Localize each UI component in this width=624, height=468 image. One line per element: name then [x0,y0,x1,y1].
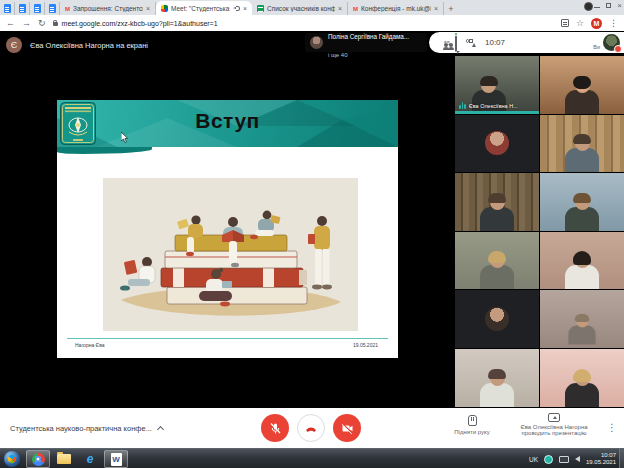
presenting-banner: Є Єва Олексіївна Нагорна на екрані [6,37,148,53]
you-label: Ви [593,44,600,50]
translate-icon[interactable] [561,19,569,27]
gmail-icon: M [353,6,358,12]
slide-illustration [103,178,358,331]
word-icon: W [111,453,122,466]
slide-footer-rule [67,338,388,339]
video-tile[interactable] [455,349,539,407]
presenting-banner-text: Єва Олексіївна Нагорна на екрані [30,41,148,50]
close-window-button[interactable]: × [617,2,622,10]
extension-icon[interactable] [584,2,593,11]
chrome-icon [32,453,45,466]
self-avatar[interactable] [603,34,620,51]
tab-gmail-invite[interactable]: M Запрошення: Студентська на × [60,2,156,15]
windows-flag-icon [6,453,17,464]
video-tile[interactable] [540,115,624,173]
taskbar-ie[interactable]: e [78,450,102,468]
video-tile[interactable] [540,56,624,114]
url-text[interactable]: meet.google.com/zxz-kbcb-ugo?pli=1&authu… [62,20,218,27]
windows-taskbar: e W UK 10:07 19.05.2021 [0,448,624,468]
show-desktop-button[interactable] [619,448,624,468]
video-tile[interactable] [540,173,624,231]
video-tile-camera-off[interactable] [455,115,539,173]
mic-off-icon [269,422,282,435]
tab-gmail-conference[interactable]: M Конференція - mk.uk@kubg × [348,2,444,15]
close-icon[interactable]: × [146,5,150,12]
participants-pill[interactable]: Поліна Сергіївна Гайдама... і ще 40 [305,33,427,52]
video-tile[interactable] [455,232,539,290]
window-controls: × [594,1,622,10]
taskbar-explorer[interactable] [52,450,76,468]
self-view[interactable]: Ви [593,34,620,51]
new-tab-button[interactable]: + [444,2,458,15]
presenter-avatar: Є [6,37,22,53]
participant-count: 55 [444,40,450,46]
close-icon[interactable]: × [434,5,438,12]
pinned-tab-docs-4[interactable] [45,2,60,15]
participant-silhouette [477,371,517,407]
slide-date: 19.05.2021 [353,342,378,348]
presentation-slide: Вступ [57,100,398,358]
video-tile-camera-off[interactable] [455,290,539,348]
maximize-button[interactable] [606,3,611,8]
mouse-cursor [121,132,129,143]
tray-clock[interactable]: 10:07 19.05.2021 [586,452,616,466]
tab-strip: M Запрошення: Студентська на × Meet: "Ст… [0,0,624,15]
tab-label: Запрошення: Студентська на [73,5,143,12]
bookmark-star-icon[interactable]: ☆ [576,18,584,28]
tab-label: Список учасників конферен [267,5,335,12]
taskbar-chrome[interactable] [26,450,50,468]
back-button[interactable]: ← [6,16,15,30]
tab-sheets-participants[interactable]: Список учасників конферен × [252,2,348,15]
close-icon[interactable]: × [338,5,342,12]
raise-hand-button[interactable]: Підняти руку [449,415,495,435]
camera-off-button[interactable] [333,414,361,442]
participant-silhouette [477,195,517,231]
tab-label: Meet: "Студентська наук [171,5,230,12]
hang-up-button[interactable] [297,414,325,442]
reload-button[interactable]: ↻ [38,16,46,30]
more-options-icon[interactable]: ⋮ [607,422,617,433]
video-tile[interactable] [540,290,624,348]
pinned-tab-docs-2[interactable] [15,2,30,15]
padlock-icon[interactable] [53,22,58,26]
browser-toolbar: ← → ↻ meet.google.com/zxz-kbcb-ugo?pli=1… [0,15,624,31]
minimize-button[interactable] [594,7,600,8]
participant-silhouette [562,195,602,231]
chat-button[interactable] [455,34,457,52]
mic-off-button[interactable] [261,414,289,442]
video-tile[interactable] [455,173,539,231]
pinned-tab-docs-3[interactable] [30,2,45,15]
participant-silhouette [477,253,517,289]
browser-menu-icon[interactable]: ⋮ [609,18,618,28]
meeting-name[interactable]: Студентська науково-практична конфе... [10,408,163,448]
participant-name: Поліна Сергіївна Гайдама... [328,33,409,40]
slide-title: Вступ [57,109,398,133]
participant-silhouette [562,136,602,172]
volume-icon[interactable] [575,456,580,462]
video-tile-eva-presenter[interactable]: Єва Олексіївна Н... [455,56,539,114]
tab-meet-active[interactable]: Meet: "Студентська наук × [156,1,252,15]
raise-hand-label: Підняти руку [449,429,495,435]
folder-icon [57,454,71,464]
meet-icon [161,5,168,12]
forward-button[interactable]: → [22,16,31,30]
video-tile[interactable] [540,232,624,290]
start-button[interactable] [4,451,20,467]
taskbar-word[interactable]: W [104,450,128,468]
camera-off-icon [341,422,354,435]
docs-icon [19,4,26,13]
chevron-up-icon[interactable] [157,426,164,433]
participant-avatar [310,36,323,49]
pinned-tab-docs-1[interactable] [0,2,15,15]
tab-audio-icon[interactable] [233,5,240,11]
tray-app-icon[interactable] [544,455,553,464]
unread-dot [454,32,458,36]
language-indicator[interactable]: UK [529,456,538,463]
mic-muted-badge [614,45,622,53]
video-tile[interactable] [540,349,624,407]
network-icon[interactable] [559,456,569,463]
slide-author: Нагорна Єва [75,342,105,348]
address-bar[interactable]: meet.google.com/zxz-kbcb-ugo?pli=1&authu… [53,20,554,27]
profile-avatar[interactable]: M [591,18,602,29]
close-icon[interactable]: × [243,5,247,12]
